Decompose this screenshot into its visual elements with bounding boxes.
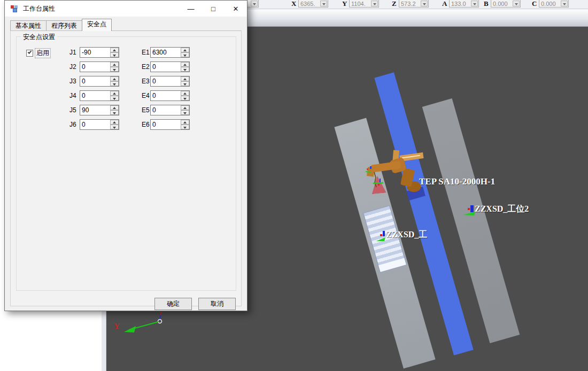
- axis-y-green-line: [129, 322, 158, 330]
- j5-input[interactable]: [80, 105, 110, 115]
- chevron-down-icon: [473, 3, 476, 5]
- j2-input[interactable]: [80, 62, 110, 72]
- coord-z-field[interactable]: 573.2: [399, 0, 429, 7]
- spin-down-button[interactable]: [110, 81, 119, 86]
- spin-up-button[interactable]: [110, 91, 119, 96]
- spin-up-button[interactable]: [110, 48, 119, 52]
- ok-button[interactable]: 确定: [154, 298, 192, 310]
- close-button[interactable]: ✕: [225, 1, 247, 17]
- spin-up-button[interactable]: [110, 120, 119, 125]
- coord-b-field[interactable]: 0.000: [491, 0, 521, 7]
- spinner-down-button[interactable]: [513, 1, 520, 6]
- e1-label: E1: [142, 49, 150, 56]
- cancel-button[interactable]: 取消: [198, 298, 236, 310]
- spinner-down-button[interactable]: [471, 1, 478, 6]
- j4-input[interactable]: [80, 91, 110, 101]
- spin-down-button[interactable]: [110, 110, 119, 115]
- spinner-down-button[interactable]: [561, 1, 568, 6]
- coord-c-field[interactable]: 0.000: [539, 0, 569, 7]
- e4-input[interactable]: [151, 91, 181, 101]
- axis-z-red-segment: [160, 312, 161, 315]
- spin-up-button[interactable]: [181, 62, 189, 67]
- tab-program-list[interactable]: 程序列表: [46, 20, 82, 31]
- j3-spinner[interactable]: [80, 76, 119, 87]
- spinner-down-button[interactable]: [251, 1, 258, 6]
- spin-down-button[interactable]: [110, 125, 119, 129]
- chevron-down-icon: [113, 69, 116, 71]
- e3-spinner[interactable]: [150, 76, 190, 87]
- chevron-down-icon: [113, 83, 116, 86]
- coord-b-label: B: [484, 0, 489, 8]
- spinner-down-button[interactable]: [320, 1, 327, 6]
- j6-input[interactable]: [80, 120, 110, 129]
- coord-x-field[interactable]: 6365.: [298, 0, 328, 7]
- spin-down-button[interactable]: [181, 67, 189, 72]
- e2-spinner[interactable]: [150, 61, 190, 72]
- spin-down-button[interactable]: [181, 96, 189, 101]
- chevron-down-icon: [515, 3, 518, 5]
- e3-input[interactable]: [151, 76, 181, 86]
- spin-up-button[interactable]: [181, 120, 189, 125]
- chevron-up-icon: [183, 107, 187, 109]
- tabstrip: 基本属性 程序列表 安全点: [10, 19, 111, 31]
- tab-basic-properties[interactable]: 基本属性: [10, 20, 47, 31]
- e6-input[interactable]: [151, 120, 181, 129]
- spin-down-button[interactable]: [110, 96, 119, 101]
- dialog-titlebar[interactable]: 工作台属性 — □ ✕: [5, 1, 247, 17]
- spin-up-button[interactable]: [181, 105, 189, 110]
- chevron-up-icon: [113, 64, 116, 66]
- j6-spinner[interactable]: [80, 119, 119, 130]
- chevron-down-icon: [373, 3, 376, 5]
- e2-input[interactable]: [151, 62, 181, 72]
- coord-y-field[interactable]: 1104.: [349, 0, 379, 7]
- e6-spinner[interactable]: [150, 119, 190, 130]
- spin-down-button[interactable]: [181, 125, 189, 129]
- spin-down-button[interactable]: [181, 52, 189, 57]
- e5-label: E5: [142, 106, 150, 114]
- j6-label: J6: [69, 121, 76, 128]
- e1-spinner[interactable]: [150, 47, 190, 58]
- e5-input[interactable]: [151, 105, 181, 115]
- chevron-down-icon: [423, 3, 426, 5]
- j1-label: J1: [69, 49, 76, 56]
- e4-label: E4: [142, 92, 150, 99]
- e1-input[interactable]: [151, 48, 181, 57]
- coord-c-label: C: [532, 0, 537, 8]
- robot-wrist-tool[interactable]: [367, 167, 375, 177]
- chevron-up-icon: [113, 78, 116, 80]
- safety-row-6: J6 E6: [17, 119, 236, 130]
- chevron-down-icon: [183, 112, 187, 114]
- spin-up-button[interactable]: [110, 105, 119, 110]
- j4-spinner[interactable]: [80, 90, 119, 101]
- j3-input[interactable]: [80, 76, 110, 86]
- spin-up-button[interactable]: [110, 62, 119, 67]
- spinner-down-button[interactable]: [371, 1, 378, 6]
- spin-up-button[interactable]: [181, 48, 189, 52]
- spin-up-button[interactable]: [181, 76, 189, 81]
- safety-row-5: J5 E5: [17, 105, 236, 115]
- platform-right[interactable]: [422, 98, 520, 343]
- j2-spinner[interactable]: [80, 61, 119, 72]
- maximize-button[interactable]: □: [202, 1, 225, 17]
- spin-down-button[interactable]: [110, 52, 119, 57]
- tab-safety-point[interactable]: 安全点: [82, 19, 112, 31]
- chevron-up-icon: [183, 64, 187, 66]
- chevron-down-icon: [322, 3, 326, 5]
- spin-up-button[interactable]: [181, 91, 189, 96]
- chevron-down-icon: [113, 127, 116, 129]
- chevron-up-icon: [183, 92, 187, 95]
- e4-spinner[interactable]: [150, 90, 190, 101]
- minimize-button[interactable]: —: [180, 1, 202, 17]
- world-origin: [158, 320, 162, 323]
- chevron-down-icon: [183, 55, 187, 57]
- j5-spinner[interactable]: [80, 105, 119, 115]
- e5-spinner[interactable]: [150, 105, 190, 115]
- spinner-down-button[interactable]: [421, 1, 428, 6]
- coord-a-field[interactable]: 133.0: [449, 0, 479, 7]
- j1-spinner[interactable]: [80, 47, 119, 58]
- spin-down-button[interactable]: [181, 110, 189, 115]
- j1-input[interactable]: [80, 48, 110, 57]
- spin-down-button[interactable]: [110, 67, 119, 72]
- spin-down-button[interactable]: [181, 81, 189, 86]
- spin-up-button[interactable]: [110, 76, 119, 81]
